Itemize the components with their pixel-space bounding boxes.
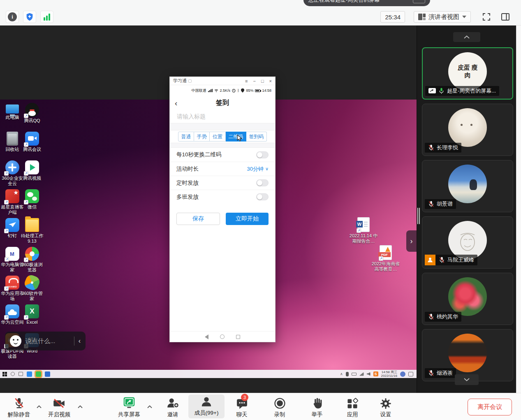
taskbar-clock[interactable]: 14:58 周三 2022/11/16 xyxy=(381,370,397,378)
taskbar-active-app-icon[interactable] xyxy=(36,371,41,377)
apps-button[interactable]: 应用 xyxy=(336,396,369,418)
tencent-video-icon xyxy=(25,160,39,174)
android-recents-icon[interactable] xyxy=(236,335,240,339)
invite-button[interactable]: 邀请 xyxy=(156,396,189,418)
tab-normal[interactable]: 普通 xyxy=(178,132,194,142)
participant-name: 超星-周奕杏的屏幕... xyxy=(447,87,496,95)
leave-meeting-button[interactable]: 离开会议 xyxy=(468,399,512,415)
video-options-chevron[interactable] xyxy=(77,403,83,411)
scroll-down-button[interactable] xyxy=(455,374,479,385)
participant-tile[interactable]: 马院王威峰 xyxy=(422,216,513,269)
tab-signin-code[interactable]: 签到码 xyxy=(246,132,267,142)
network-status-button[interactable] xyxy=(40,11,53,23)
phone-window-titlebar[interactable]: 学习通 ≡ − □ × xyxy=(170,77,275,85)
chat-input-placeholder[interactable]: 说点什么... xyxy=(25,337,56,345)
window-scroll-strip[interactable] xyxy=(516,26,521,393)
setting-label: 活动时长 xyxy=(176,165,199,173)
tray-chevron-icon[interactable]: ∧ xyxy=(340,372,343,376)
chat-button[interactable]: 3 聊天 xyxy=(229,396,255,418)
mouse-cursor xyxy=(237,135,243,142)
participant-tile[interactable]: 胡景谱 xyxy=(422,160,513,212)
tab-gesture[interactable]: 手势 xyxy=(194,132,210,142)
android-back-icon[interactable] xyxy=(205,334,208,339)
share-screen-button[interactable]: 共享屏幕 xyxy=(113,396,146,418)
tab-location[interactable]: 位置 xyxy=(210,132,225,142)
start-now-button[interactable]: 立即开始 xyxy=(226,213,269,225)
screen-share-icon xyxy=(428,88,436,94)
desktop-side-expander[interactable]: › xyxy=(406,230,417,252)
participant-tile[interactable]: 桃灼其华 xyxy=(422,273,513,325)
wifi-icon xyxy=(214,89,218,92)
desktop-icon-wechat[interactable]: 微信 xyxy=(20,189,44,210)
side-panel-toggle-button[interactable] xyxy=(499,11,512,23)
desktop-icon-tencent-meeting[interactable]: 腾讯会议 xyxy=(20,132,44,152)
desktop-icon-tencent-video[interactable]: 腾讯视频 xyxy=(20,160,44,181)
qq-icon xyxy=(25,103,39,117)
signin-title-input[interactable] xyxy=(170,110,275,123)
record-button[interactable]: 录制 xyxy=(263,396,296,418)
setting-row-duration[interactable]: 活动时长 30分钟 ∨ xyxy=(170,162,275,176)
members-button[interactable]: 成员(99+) xyxy=(188,394,225,418)
meeting-info-button[interactable]: i xyxy=(6,11,19,23)
desktop-icon-360-browser[interactable]: 360极速浏览器 xyxy=(20,247,44,273)
back-button[interactable]: ‹ xyxy=(175,99,177,107)
android-home-icon[interactable] xyxy=(220,334,225,339)
share-options-chevron[interactable] xyxy=(147,403,153,411)
setting-label: 多班发放 xyxy=(176,193,199,201)
phone-statusbar: 中国联通 2.5K/s ᛒ 85% 14:58 xyxy=(170,85,275,96)
word-document-icon: W xyxy=(357,217,370,232)
window-minimize-button[interactable]: − xyxy=(253,79,255,84)
participant-tile[interactable]: 皮蛋 瘦肉 超星-周奕杏的屏幕... xyxy=(422,47,513,100)
notification-center-icon[interactable] xyxy=(408,372,413,376)
desktop-icon-360-software-manager[interactable]: 360软件管家 xyxy=(20,276,44,302)
tray-mic-icon[interactable] xyxy=(346,372,349,376)
tray-volume-icon[interactable] xyxy=(367,372,370,376)
desktop-icon-excel[interactable]: X Excel xyxy=(20,304,44,325)
collapse-chat-icon[interactable]: ‹ xyxy=(79,337,81,345)
task-view-icon[interactable] xyxy=(19,372,23,376)
settings-button[interactable]: 设置 xyxy=(369,396,402,418)
banner-action-button[interactable] xyxy=(413,0,425,3)
windows-start-icon[interactable] xyxy=(2,372,7,376)
emoji-icon[interactable] xyxy=(10,335,21,347)
scheduled-release-toggle[interactable] xyxy=(256,179,269,186)
view-mode-button[interactable]: 演讲者视图 xyxy=(414,11,471,23)
raise-hand-icon xyxy=(310,397,324,410)
tray-sogou-icon[interactable]: S xyxy=(373,371,378,376)
tray-battery-icon[interactable] xyxy=(352,373,357,376)
chat-quick-input-overlay[interactable]: 说点什么... ‹ xyxy=(5,332,86,350)
scroll-up-button[interactable] xyxy=(453,32,480,42)
security-button[interactable] xyxy=(23,11,36,23)
mic-muted-icon xyxy=(12,397,26,410)
window-maximize-button[interactable]: □ xyxy=(261,79,264,84)
android-navbar xyxy=(170,331,275,342)
start-video-button[interactable]: 开启视频 xyxy=(43,396,76,418)
sidebar-resize-handle[interactable] xyxy=(417,208,420,224)
taskbar-search-icon[interactable] xyxy=(11,372,15,376)
wechat-icon xyxy=(25,189,39,203)
multiclass-release-toggle[interactable] xyxy=(256,193,269,200)
tray-network-icon[interactable] xyxy=(359,372,364,376)
carrier-label: 中国联通 xyxy=(192,88,206,93)
record-icon xyxy=(273,397,287,410)
refresh-qrcode-toggle[interactable] xyxy=(256,151,269,158)
desktop-icon-pending-work-folder[interactable]: 待处理工作9.13 xyxy=(20,218,44,244)
participant-tile[interactable]: 烟酒茶 xyxy=(422,329,513,381)
folder-icon xyxy=(25,218,39,232)
participant-tile[interactable]: 长理李悦 xyxy=(422,104,513,156)
unmute-button[interactable]: 解除静音 xyxy=(2,396,35,418)
window-close-button[interactable]: × xyxy=(269,79,272,84)
desktop-icon-qq[interactable]: 腾讯QQ xyxy=(20,103,44,123)
audio-options-chevron[interactable] xyxy=(36,403,42,411)
taskbar-app-icon[interactable] xyxy=(45,371,50,377)
desktop-file-pdf-doc[interactable]: PDF 2022年海南省高等教育… xyxy=(371,245,401,272)
window-menu-button[interactable]: ≡ xyxy=(245,79,248,84)
tab-qrcode[interactable]: 二维码 xyxy=(226,132,246,142)
duration-select[interactable]: 30分钟 ∨ xyxy=(247,165,269,173)
raise-hand-button[interactable]: 举手 xyxy=(301,396,333,418)
fullscreen-button[interactable] xyxy=(480,11,493,23)
taskbar-meeting-icon[interactable] xyxy=(27,371,32,377)
desktop-file-word-doc[interactable]: W 2022.11.14 中期报告合… xyxy=(349,217,378,244)
tray-mail-icon[interactable] xyxy=(400,371,405,377)
save-button[interactable]: 保存 xyxy=(176,213,220,225)
